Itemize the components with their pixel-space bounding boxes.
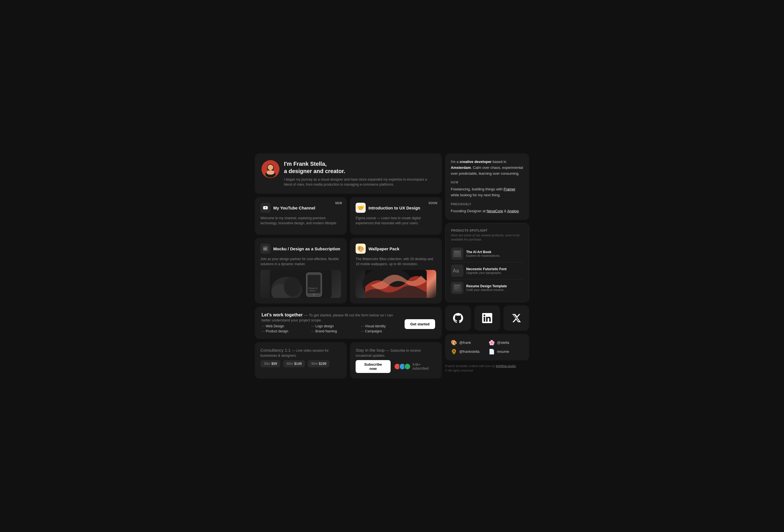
subscriber-info: 9.6k+ subscribed xyxy=(394,363,436,370)
analog-link[interactable]: Analog xyxy=(507,209,519,213)
mocku-image: iPhone 15 Mockup xyxy=(260,270,341,298)
svg-text:Mockup: Mockup xyxy=(309,290,315,291)
hero-bio: I began my journey as a visual designer … xyxy=(284,177,435,187)
ux-design-card[interactable]: SOON 🤝 Introduction to UX Design Figma c… xyxy=(350,197,442,235)
spotlight-title: PRODUCTS SPOTLIGHT xyxy=(451,229,523,232)
consultancy-title: Consultancy 1:1 xyxy=(260,348,292,353)
prev-label: PREVIOUSLY xyxy=(451,202,524,207)
svg-point-13 xyxy=(313,294,315,296)
ux-badge: SOON xyxy=(429,202,437,205)
newsletter-title: Stay in the loop xyxy=(356,348,386,353)
svg-text:Aa: Aa xyxy=(453,268,459,274)
mocku-card[interactable]: mk Mocku / Design as a Subscription Join… xyxy=(255,238,347,304)
svg-point-10 xyxy=(284,277,301,297)
image-cards-row: mk Mocku / Design as a Subscription Join… xyxy=(255,238,442,304)
resume-link[interactable]: 📄 resume xyxy=(488,348,524,355)
frankstella-link[interactable]: 🌻 @frankstella xyxy=(451,348,486,355)
product-thumb-2: Aa xyxy=(451,264,464,277)
stella-link[interactable]: 🌸 @stella xyxy=(488,340,524,346)
youtube-title: My YouTube Channel xyxy=(273,205,315,210)
wallpaper-desc: The Watercolor Bliss collection, with 20… xyxy=(356,256,436,267)
social-row xyxy=(445,306,529,331)
ux-title: Introduction to UX Design xyxy=(368,205,420,210)
price-90m[interactable]: 90m$199 xyxy=(308,360,330,367)
framer-link[interactable]: Framer xyxy=(504,187,515,191)
frank-label: @frank xyxy=(459,340,471,345)
price-60m[interactable]: 60m$149 xyxy=(283,360,305,367)
consultancy-dash: — xyxy=(292,348,297,353)
stella-label: @stella xyxy=(497,340,509,345)
products-spotlight-card: PRODUCTS SPOTLIGHT Here are some of our … xyxy=(445,223,529,302)
newsletter-card: Stay in the loop — Subscribe to receive … xyxy=(350,342,442,379)
product-name-3: Resume Design Template xyxy=(466,284,507,288)
price-30m[interactable]: 30m$99 xyxy=(260,360,280,367)
footer: Framer template crafted with love by lig… xyxy=(445,364,529,373)
newsletter-actions: Subscribe now 9.6k+ subscribed xyxy=(356,360,436,373)
svg-rect-30 xyxy=(454,288,458,289)
product-sub-1: Explore AI masterpieces. xyxy=(466,254,500,257)
mocku-icon: mk xyxy=(260,244,271,254)
newsletter-dash: — xyxy=(386,348,391,353)
resume-emoji: 📄 xyxy=(488,348,495,355)
spotlight-desc: Here are some of our newest products, so… xyxy=(451,233,523,242)
wallpaper-image xyxy=(356,270,436,298)
nexacore-link[interactable]: NexaCore xyxy=(487,209,503,213)
svg-text:iPhone 15: iPhone 15 xyxy=(309,287,317,289)
header-card: I'm Frank Stella, a designer and creator… xyxy=(255,153,442,194)
youtube-card[interactable]: NEW My YouTube Channel Welcome to my cha… xyxy=(255,197,347,235)
links-grid: 🎨 @frank 🌸 @stella 🌻 @frankstella 📄 resu… xyxy=(451,340,524,355)
about-card: I'm a creative developer based in Amster… xyxy=(445,153,529,220)
stella-emoji: 🌸 xyxy=(488,340,495,346)
work-dash: — xyxy=(304,313,309,317)
now-label: NOW xyxy=(451,180,524,185)
sub-avatar-3 xyxy=(404,363,411,370)
svg-rect-27 xyxy=(454,285,460,286)
mocku-desc: Join as your design partner for cost-eff… xyxy=(260,256,341,267)
product-item-3[interactable]: Resume Design Template Craft your stando… xyxy=(451,279,523,296)
footer-link[interactable]: lightflow.studio xyxy=(496,364,516,368)
service-campaigns: Campaigns xyxy=(361,329,399,333)
github-button[interactable] xyxy=(445,306,471,331)
twitter-button[interactable] xyxy=(503,306,529,331)
work-together-card: Let's work together — To get started, pl… xyxy=(255,307,442,339)
product-name-1: The AI Art Book xyxy=(466,250,500,254)
youtube-icon xyxy=(260,203,271,213)
subscribe-button[interactable]: Subscribe now xyxy=(356,360,391,373)
linkedin-icon xyxy=(482,313,492,323)
product-item-1[interactable]: The AI Art Book Explore AI masterpieces. xyxy=(451,245,523,262)
about-intro: I'm a creative developer based in Amster… xyxy=(451,159,524,176)
service-brand-naming: Brand Naming xyxy=(311,329,349,333)
github-icon xyxy=(453,313,463,323)
pricing-options: 30m$99 60m$149 90m$199 xyxy=(260,360,341,367)
product-item-2[interactable]: Aa Necosmic Futuristic Font Upgrade your… xyxy=(451,262,523,279)
cards-row: NEW My YouTube Channel Welcome to my cha… xyxy=(255,197,442,235)
frankstella-label: @frankstella xyxy=(459,349,479,354)
wallpaper-card[interactable]: 🎨 Wallpaper Pack The Watercolor Bliss co… xyxy=(350,238,442,304)
twitter-icon xyxy=(511,313,521,323)
wallpaper-icon: 🎨 xyxy=(356,244,366,254)
get-started-button[interactable]: Get started xyxy=(404,319,435,329)
bottom-cards: Consultancy 1:1 — Live video session for… xyxy=(255,342,442,379)
now-text: Freelancing, building things with Framer… xyxy=(451,187,524,198)
service-web-design: Web Design xyxy=(261,324,300,328)
ux-desc: Figma course — Learn how to create digit… xyxy=(356,216,436,226)
footer-copy: © All rights reserved. xyxy=(445,369,474,372)
links-card: 🎨 @frank 🌸 @stella 🌻 @frankstella 📄 resu… xyxy=(445,334,529,360)
product-name-2: Necosmic Futuristic Font xyxy=(466,267,506,271)
service-visual-identity: Visual identity xyxy=(361,324,399,328)
svg-rect-29 xyxy=(454,287,460,288)
mocku-title: Mocku / Design as a Subscription xyxy=(273,246,340,251)
svg-point-3 xyxy=(268,165,273,170)
svg-point-4 xyxy=(267,170,274,175)
linkedin-button[interactable] xyxy=(474,306,500,331)
wallpaper-title: Wallpaper Pack xyxy=(368,246,399,251)
product-sub-2: Upgrade your typography. xyxy=(466,271,506,274)
product-thumb-1 xyxy=(451,248,464,260)
svg-rect-28 xyxy=(454,286,459,287)
service-logo-design: Logo design xyxy=(311,324,349,328)
product-thumb-3 xyxy=(451,282,464,294)
work-heading: Let's work together xyxy=(261,312,304,317)
hero-name: I'm Frank Stella, a designer and creator… xyxy=(284,160,435,175)
prev-text: Founding Designer at NexaCore & Analog. xyxy=(451,208,524,214)
frank-link[interactable]: 🎨 @frank xyxy=(451,340,486,346)
